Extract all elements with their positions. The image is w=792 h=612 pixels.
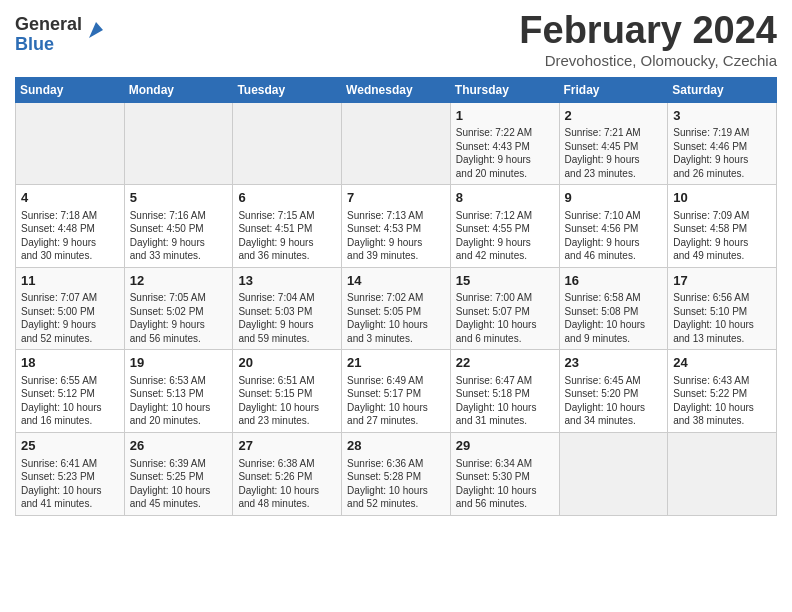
cell-info: and 20 minutes. [130, 414, 228, 428]
calendar-cell: 26Sunrise: 6:39 AMSunset: 5:25 PMDayligh… [124, 432, 233, 515]
cell-info: Sunset: 5:26 PM [238, 470, 336, 484]
cell-info: Daylight: 10 hours [347, 401, 445, 415]
calendar-cell [342, 102, 451, 185]
cell-info: Sunrise: 6:45 AM [565, 374, 663, 388]
day-number: 24 [673, 354, 771, 372]
cell-info: Daylight: 9 hours [565, 236, 663, 250]
cell-info: and 23 minutes. [238, 414, 336, 428]
cell-info: Sunset: 5:25 PM [130, 470, 228, 484]
cell-info: and 13 minutes. [673, 332, 771, 346]
day-number: 8 [456, 189, 554, 207]
cell-info: Sunrise: 6:53 AM [130, 374, 228, 388]
header-day-thursday: Thursday [450, 77, 559, 102]
calendar-cell: 17Sunrise: 6:56 AMSunset: 5:10 PMDayligh… [668, 267, 777, 350]
cell-info: Daylight: 10 hours [21, 401, 119, 415]
week-row-0: 1Sunrise: 7:22 AMSunset: 4:43 PMDaylight… [16, 102, 777, 185]
day-number: 2 [565, 107, 663, 125]
cell-info: and 33 minutes. [130, 249, 228, 263]
cell-info: and 48 minutes. [238, 497, 336, 511]
cell-info: Sunrise: 7:19 AM [673, 126, 771, 140]
cell-info: Sunset: 5:08 PM [565, 305, 663, 319]
svg-marker-0 [89, 22, 103, 38]
calendar-cell: 19Sunrise: 6:53 AMSunset: 5:13 PMDayligh… [124, 350, 233, 433]
cell-info: Sunrise: 7:18 AM [21, 209, 119, 223]
cell-info: Sunrise: 7:16 AM [130, 209, 228, 223]
cell-info: Sunrise: 7:13 AM [347, 209, 445, 223]
cell-info: Sunrise: 6:58 AM [565, 291, 663, 305]
title-block: February 2024 Drevohostice, Olomoucky, C… [519, 10, 777, 69]
cell-info: and 16 minutes. [21, 414, 119, 428]
logo: General Blue [15, 15, 107, 55]
cell-info: Sunrise: 7:00 AM [456, 291, 554, 305]
cell-info: and 36 minutes. [238, 249, 336, 263]
cell-info: Daylight: 10 hours [673, 401, 771, 415]
day-number: 16 [565, 272, 663, 290]
cell-info: Sunrise: 6:43 AM [673, 374, 771, 388]
logo-blue-text: Blue [15, 35, 82, 55]
cell-info: and 34 minutes. [565, 414, 663, 428]
cell-info: and 52 minutes. [21, 332, 119, 346]
calendar-cell [559, 432, 668, 515]
day-number: 1 [456, 107, 554, 125]
cell-info: Daylight: 9 hours [238, 318, 336, 332]
week-row-1: 4Sunrise: 7:18 AMSunset: 4:48 PMDaylight… [16, 185, 777, 268]
page-header: General Blue February 2024 Drevohostice,… [15, 10, 777, 69]
day-number: 19 [130, 354, 228, 372]
day-number: 25 [21, 437, 119, 455]
cell-info: Daylight: 10 hours [21, 484, 119, 498]
calendar-cell: 1Sunrise: 7:22 AMSunset: 4:43 PMDaylight… [450, 102, 559, 185]
day-number: 22 [456, 354, 554, 372]
cell-info: and 42 minutes. [456, 249, 554, 263]
cell-info: Sunset: 5:00 PM [21, 305, 119, 319]
calendar-cell: 6Sunrise: 7:15 AMSunset: 4:51 PMDaylight… [233, 185, 342, 268]
cell-info: Daylight: 10 hours [347, 484, 445, 498]
logo-general-text: General [15, 15, 82, 35]
cell-info: and 9 minutes. [565, 332, 663, 346]
week-row-3: 18Sunrise: 6:55 AMSunset: 5:12 PMDayligh… [16, 350, 777, 433]
day-number: 6 [238, 189, 336, 207]
day-number: 3 [673, 107, 771, 125]
cell-info: Daylight: 10 hours [565, 401, 663, 415]
cell-info: Daylight: 9 hours [130, 318, 228, 332]
calendar-cell: 7Sunrise: 7:13 AMSunset: 4:53 PMDaylight… [342, 185, 451, 268]
day-number: 23 [565, 354, 663, 372]
cell-info: Sunset: 4:51 PM [238, 222, 336, 236]
cell-info: Sunset: 5:22 PM [673, 387, 771, 401]
cell-info: and 6 minutes. [456, 332, 554, 346]
cell-info: and 56 minutes. [130, 332, 228, 346]
day-number: 28 [347, 437, 445, 455]
cell-info: Sunset: 5:02 PM [130, 305, 228, 319]
calendar-cell: 8Sunrise: 7:12 AMSunset: 4:55 PMDaylight… [450, 185, 559, 268]
cell-info: Sunrise: 7:09 AM [673, 209, 771, 223]
cell-info: and 38 minutes. [673, 414, 771, 428]
day-number: 13 [238, 272, 336, 290]
cell-info: Daylight: 9 hours [456, 153, 554, 167]
calendar-cell: 13Sunrise: 7:04 AMSunset: 5:03 PMDayligh… [233, 267, 342, 350]
calendar-cell: 28Sunrise: 6:36 AMSunset: 5:28 PMDayligh… [342, 432, 451, 515]
cell-info: and 31 minutes. [456, 414, 554, 428]
day-number: 15 [456, 272, 554, 290]
calendar-cell: 11Sunrise: 7:07 AMSunset: 5:00 PMDayligh… [16, 267, 125, 350]
cell-info: Sunset: 5:05 PM [347, 305, 445, 319]
cell-info: Daylight: 10 hours [238, 484, 336, 498]
cell-info: Daylight: 9 hours [565, 153, 663, 167]
day-number: 29 [456, 437, 554, 455]
day-number: 26 [130, 437, 228, 455]
cell-info: Sunset: 5:07 PM [456, 305, 554, 319]
header-day-monday: Monday [124, 77, 233, 102]
cell-info: Sunset: 4:46 PM [673, 140, 771, 154]
cell-info: and 20 minutes. [456, 167, 554, 181]
logo-arrow-icon [85, 20, 107, 42]
cell-info: and 26 minutes. [673, 167, 771, 181]
cell-info: Sunset: 5:15 PM [238, 387, 336, 401]
cell-info: Daylight: 10 hours [238, 401, 336, 415]
calendar-table: SundayMondayTuesdayWednesdayThursdayFrid… [15, 77, 777, 516]
cell-info: and 46 minutes. [565, 249, 663, 263]
cell-info: and 3 minutes. [347, 332, 445, 346]
cell-info: and 56 minutes. [456, 497, 554, 511]
calendar-cell: 22Sunrise: 6:47 AMSunset: 5:18 PMDayligh… [450, 350, 559, 433]
cell-info: Sunrise: 6:51 AM [238, 374, 336, 388]
calendar-cell: 29Sunrise: 6:34 AMSunset: 5:30 PMDayligh… [450, 432, 559, 515]
calendar-cell: 27Sunrise: 6:38 AMSunset: 5:26 PMDayligh… [233, 432, 342, 515]
month-title: February 2024 [519, 10, 777, 52]
